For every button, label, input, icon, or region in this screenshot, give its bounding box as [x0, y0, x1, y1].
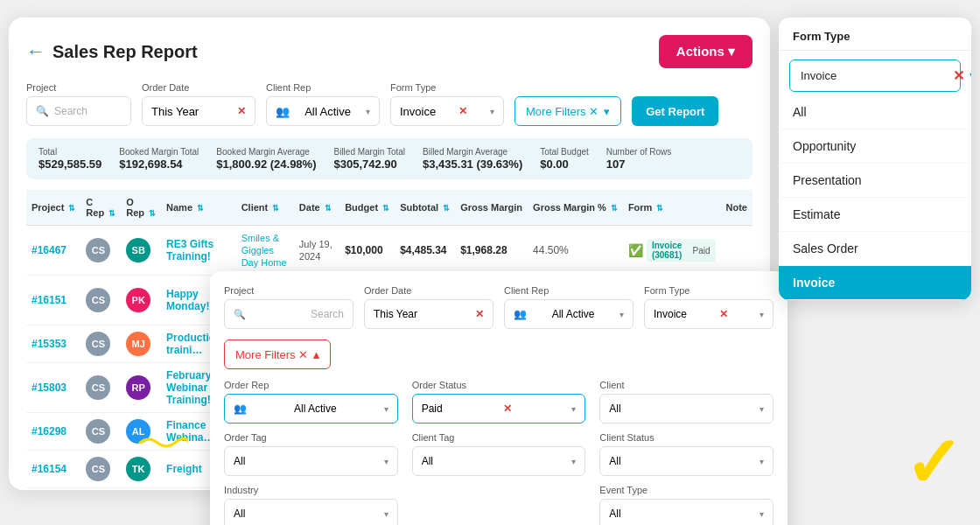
project-link[interactable]: #16467	[32, 244, 66, 256]
booked-margin-total-value: $192,698.54	[119, 158, 199, 171]
actions-button[interactable]: Actions ▾	[659, 35, 752, 68]
dropdown-option-sales-order[interactable]: Sales Order	[779, 232, 971, 266]
dropdown-option-estimate[interactable]: Estimate	[779, 198, 971, 232]
mf-order-rep-chevron-icon: ▾	[384, 404, 388, 414]
name-link[interactable]: Freight	[166, 463, 202, 475]
name-link[interactable]: February Webinar Training!	[166, 369, 211, 406]
order-date-label: Order Date	[142, 82, 256, 93]
mf-close-icon[interactable]: ▴	[313, 348, 319, 361]
col-gross-margin-pct[interactable]: Gross Margin % ⇅	[528, 190, 623, 226]
invoice-status: Paid	[692, 246, 710, 256]
dropdown-search-box[interactable]: ✕ ▾	[789, 60, 961, 92]
col-project[interactable]: Project ⇅	[26, 190, 80, 226]
mf-event-type-group: Event Type All ▾	[599, 485, 774, 525]
c-rep-cell: CS	[86, 238, 116, 262]
client-rep-label: Client Rep	[266, 82, 380, 93]
gross-margin-pct-cell: 44.50%	[533, 244, 569, 256]
booked-margin-total-label: Booked Margin Total	[119, 147, 199, 157]
o-rep-cell: PK	[126, 288, 156, 312]
mf-order-status-clear-icon[interactable]: ✕	[503, 402, 512, 415]
col-budget[interactable]: Budget ⇅	[340, 190, 395, 226]
mf-order-rep-select[interactable]: 👥 All Active ▾	[224, 394, 398, 424]
project-link[interactable]: #16154	[32, 463, 66, 475]
mf-project-label: Project	[224, 285, 354, 296]
project-link[interactable]: #16298	[32, 425, 66, 438]
project-link[interactable]: #15803	[32, 382, 66, 394]
col-form[interactable]: Form ⇅	[623, 190, 721, 226]
mf-order-date-value: This Year	[374, 308, 417, 320]
mf-client-rep-icon: 👥	[514, 308, 527, 320]
form-type-select[interactable]: Invoice ✕ ▾	[390, 96, 504, 126]
mf-form-type-clear-icon[interactable]: ✕	[719, 308, 728, 320]
dropdown-option-opportunity[interactable]: Opportunity	[779, 130, 971, 164]
booked-margin-avg-value: $1,800.92 (24.98%)	[216, 158, 316, 171]
name-link[interactable]: RE3 Gifts Training!	[166, 238, 214, 262]
project-search-input[interactable]: 🔍 Search	[26, 96, 131, 126]
mf-order-date-select[interactable]: This Year ✕	[364, 299, 494, 329]
gross-margin-cell: $1,968.28	[460, 244, 507, 256]
mf-project-input[interactable]: 🔍 Search	[224, 299, 354, 329]
o-rep-cell: RP	[126, 375, 156, 400]
mf-industry-select[interactable]: All ▾	[224, 499, 398, 525]
mf-client-tag-select[interactable]: All ▾	[412, 446, 586, 476]
get-report-button[interactable]: Get Report	[632, 96, 718, 126]
mf-client-status-select[interactable]: All ▾	[599, 446, 774, 476]
order-date-select[interactable]: This Year ✕	[142, 96, 256, 126]
mf-client-tag-chevron-icon: ▾	[571, 457, 576, 466]
mf-order-tag-value: All	[234, 455, 245, 467]
order-date-clear-icon[interactable]: ✕	[237, 105, 246, 117]
dropdown-clear-icon[interactable]: ✕	[953, 67, 964, 84]
mf-order-rep-label: Order Rep	[224, 380, 398, 390]
mf-client-label: Client	[599, 380, 774, 390]
client-rep-icon: 👥	[276, 105, 290, 118]
col-c-rep[interactable]: CRep ⇅	[80, 190, 121, 226]
order-date-value: This Year	[151, 105, 199, 118]
mf-more-filters-label: More Filters ✕	[235, 348, 308, 361]
mf-form-type-select[interactable]: Invoice ✕ ▾	[644, 299, 774, 329]
back-arrow-icon: ←	[26, 40, 46, 63]
col-client[interactable]: Client ⇅	[236, 190, 294, 226]
mf-client-rep-label: Client Rep	[504, 285, 634, 296]
col-name[interactable]: Name ⇅	[161, 190, 236, 226]
project-link[interactable]: #15353	[32, 338, 66, 350]
avatar: TK	[126, 457, 150, 481]
project-link[interactable]: #16151	[32, 294, 66, 306]
col-o-rep[interactable]: ORep ⇅	[121, 190, 161, 226]
dropdown-chevron-icon[interactable]: ▾	[970, 67, 971, 84]
c-rep-cell: CS	[86, 419, 116, 444]
mf-order-tag-chevron-icon: ▾	[384, 457, 388, 466]
mf-more-filters-close-button[interactable]: More Filters ✕ ▴	[224, 340, 331, 369]
mf-client-select[interactable]: All ▾	[599, 394, 774, 424]
dropdown-option-invoice[interactable]: Invoice	[779, 266, 971, 300]
yellow-check-decoration: ✓	[904, 429, 962, 499]
mf-event-type-select[interactable]: All ▾	[599, 499, 774, 525]
form-type-value: Invoice	[400, 105, 436, 118]
col-gross-margin[interactable]: Gross Margin	[455, 190, 528, 226]
back-button[interactable]: ← Sales Rep Report	[26, 40, 198, 63]
c-rep-cell: CS	[86, 288, 116, 312]
mf-client-rep-group: Client Rep 👥 All Active ▾	[504, 285, 634, 329]
name-link[interactable]: Happy Monday!	[166, 288, 209, 312]
col-subtotal[interactable]: Subtotal ⇅	[395, 190, 455, 226]
mf-order-tag-select[interactable]: All ▾	[224, 446, 398, 476]
client-link[interactable]: Smiles & Giggles Day Home	[242, 233, 287, 268]
mf-project-group: Project 🔍 Search	[224, 285, 354, 329]
col-date[interactable]: Date ⇅	[294, 190, 340, 226]
more-filters-button[interactable]: More Filters ✕ ▾	[514, 96, 621, 126]
mf-client-tag-label: Client Tag	[412, 432, 586, 443]
mf-order-date-group: Order Date This Year ✕	[364, 285, 494, 329]
client-rep-select[interactable]: 👥 All Active ▾	[266, 96, 380, 126]
avatar: MJ	[126, 332, 150, 356]
table-row: #16467 CS SB RE3 Gifts Training! Smiles …	[26, 226, 752, 276]
dropdown-option-presentation[interactable]: Presentation	[779, 164, 971, 198]
form-type-clear-icon[interactable]: ✕	[458, 105, 467, 117]
summary-total-budget: Total Budget $0.00	[540, 147, 589, 171]
mf-order-status-select[interactable]: Paid ✕ ▾	[412, 394, 586, 424]
form-cell: ✅ Invoice (30681) Paid	[628, 239, 716, 262]
dropdown-search-input[interactable]	[801, 69, 948, 82]
mf-client-rep-select[interactable]: 👥 All Active ▾	[504, 299, 634, 329]
mf-order-date-clear-icon[interactable]: ✕	[475, 308, 484, 320]
dropdown-option-all[interactable]: All	[779, 95, 971, 130]
total-budget-value: $0.00	[540, 158, 589, 171]
mf-order-tag-group: Order Tag All ▾	[224, 432, 398, 476]
